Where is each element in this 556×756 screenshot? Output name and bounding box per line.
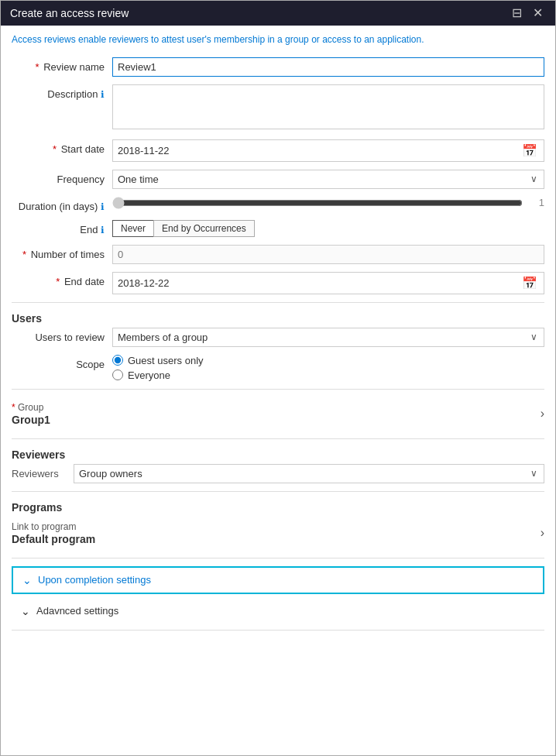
frequency-row: Frequency One time Weekly Monthly Quarte…: [12, 170, 544, 189]
reviewers-label: Reviewers: [12, 468, 74, 479]
duration-row: Duration (in days) ℹ 1: [12, 197, 544, 212]
users-to-review-chevron-icon: ∨: [524, 328, 544, 345]
duration-value: 1: [529, 197, 544, 208]
users-to-review-select[interactable]: Members of a group Assigned to an applic…: [113, 328, 524, 346]
description-row: Description ℹ: [12, 84, 544, 132]
group-value: Group1: [12, 414, 541, 426]
group-chevron-icon: ›: [541, 407, 544, 421]
link-to-program-chevron-icon: ›: [541, 526, 544, 540]
scope-label: Scope: [12, 355, 112, 370]
group-nav-row[interactable]: * Group Group1 ›: [12, 397, 544, 431]
users-to-review-select-wrapper: Members of a group Assigned to an applic…: [112, 328, 544, 347]
duration-info-icon[interactable]: ℹ: [101, 201, 105, 212]
close-button[interactable]: ✕: [530, 7, 546, 19]
duration-label: Duration (in days) ℹ: [12, 197, 112, 212]
scope-guest-users-option[interactable]: Guest users only: [112, 355, 544, 366]
advanced-settings-section[interactable]: ⌄ Adavnced settings: [12, 600, 544, 622]
reviewers-chevron-icon: ∨: [524, 465, 544, 482]
start-date-input[interactable]: [113, 142, 516, 160]
window-title: Create an access review: [10, 7, 129, 19]
end-date-input[interactable]: [113, 274, 516, 292]
scope-everyone-option[interactable]: Everyone: [112, 369, 544, 381]
frequency-select-wrapper: One time Weekly Monthly Quarterly Annual…: [112, 170, 544, 189]
title-bar-controls: ⊟ ✕: [509, 7, 546, 19]
programs-section-title: Programs: [12, 501, 544, 514]
end-info-icon[interactable]: ℹ: [101, 225, 105, 235]
frequency-select[interactable]: One time Weekly Monthly Quarterly Annual…: [113, 170, 524, 188]
scope-everyone-label: Everyone: [128, 369, 170, 381]
start-date-label: * Start date: [12, 139, 112, 155]
number-of-times-label: * Number of times: [12, 245, 112, 260]
users-to-review-label: Users to review: [12, 328, 112, 343]
end-date-wrapper: 📅: [112, 272, 544, 294]
advanced-settings-header: ⌄ Adavnced settings: [21, 605, 535, 617]
review-name-label: * Review name: [12, 57, 112, 73]
description-info-icon[interactable]: ℹ: [101, 89, 105, 100]
divider-5: [12, 558, 544, 558]
divider-3: [12, 438, 544, 439]
info-text: Access reviews enable reviewers to attes…: [12, 33, 544, 46]
end-label: End ℹ: [12, 220, 112, 235]
completion-settings-chevron-icon: ⌄: [22, 574, 32, 586]
reviewers-section-title: Reviewers: [12, 448, 544, 461]
minimize-button[interactable]: ⊟: [509, 7, 525, 19]
users-section-title: Users: [12, 312, 544, 325]
start-date-wrapper: 📅: [112, 139, 544, 162]
end-toggle: Never End by Occurrences: [112, 220, 544, 237]
title-bar: Create an access review ⊟ ✕: [1, 1, 555, 26]
number-of-times-row: * Number of times: [12, 245, 544, 264]
frequency-chevron-icon: ∨: [524, 170, 544, 187]
group-required-label: * Group: [12, 402, 541, 413]
divider-1: [12, 302, 544, 303]
number-of-times-input[interactable]: [112, 245, 544, 264]
end-date-row: * End date 📅: [12, 272, 544, 294]
reviewers-select[interactable]: Group owners Selected users Members (sel…: [74, 465, 524, 483]
scope-options: Guest users only Everyone: [112, 355, 544, 381]
completion-settings-header: ⌄ Upon completion settings: [22, 574, 534, 586]
end-date-calendar-icon[interactable]: 📅: [516, 273, 544, 294]
reviewers-select-wrapper: Group owners Selected users Members (sel…: [74, 464, 544, 483]
review-name-input[interactable]: [112, 57, 544, 77]
start-date-row: * Start date 📅: [12, 139, 544, 162]
completion-settings-label: Upon completion settings: [38, 574, 151, 586]
completion-settings-section[interactable]: ⌄ Upon completion settings: [12, 566, 544, 594]
description-input[interactable]: [112, 84, 544, 129]
duration-slider[interactable]: [112, 197, 523, 209]
programs-section: Programs Link to program Default program…: [12, 501, 544, 550]
review-name-row: * Review name: [12, 57, 544, 77]
link-to-program-value: Default program: [12, 533, 541, 545]
link-to-program-label: Link to program: [12, 521, 541, 532]
divider-6: [12, 630, 544, 631]
frequency-label: Frequency: [12, 170, 112, 185]
scope-guest-users-radio[interactable]: [112, 355, 123, 366]
end-date-label: * End date: [12, 272, 112, 287]
end-never-button[interactable]: Never: [112, 220, 153, 237]
end-by-occurrences-button[interactable]: End by Occurrences: [153, 220, 255, 237]
start-date-calendar-icon[interactable]: 📅: [516, 140, 544, 161]
advanced-settings-label: Adavnced settings: [36, 605, 118, 617]
advanced-settings-chevron-icon: ⌄: [21, 605, 30, 617]
end-row: End ℹ Never End by Occurrences: [12, 220, 544, 237]
reviewers-row: Reviewers Group owners Selected users Me…: [12, 464, 544, 483]
users-to-review-row: Users to review Members of a group Assig…: [12, 328, 544, 347]
description-label: Description ℹ: [12, 84, 112, 100]
duration-slider-row: 1: [112, 197, 544, 209]
scope-row: Scope Guest users only Everyone: [12, 355, 544, 381]
scope-everyone-radio[interactable]: [112, 369, 123, 380]
main-window: Create an access review ⊟ ✕ Access revie…: [0, 0, 556, 756]
link-to-program-nav-row[interactable]: Link to program Default program ›: [12, 517, 544, 550]
scope-guest-users-label: Guest users only: [128, 355, 204, 366]
form-content: Access reviews enable reviewers to attes…: [1, 26, 555, 755]
divider-4: [12, 491, 544, 492]
divider-2: [12, 389, 544, 390]
